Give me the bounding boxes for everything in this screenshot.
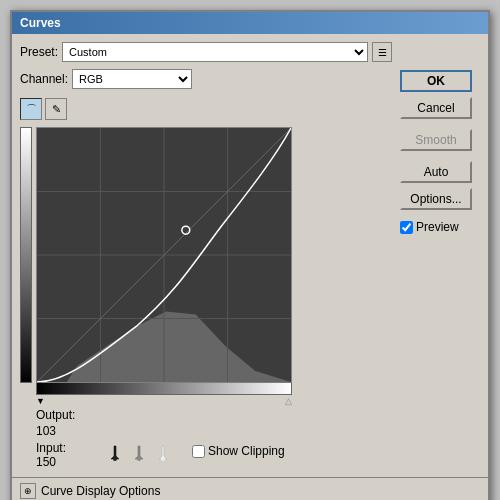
curve-graph[interactable] (36, 127, 292, 383)
right-panel: OK Cancel Smooth Auto Options... Preview (400, 42, 480, 469)
v-gradient-area (20, 127, 32, 469)
curve-display-label: Curve Display Options (41, 484, 160, 498)
show-clipping-row: Show Clipping (192, 444, 285, 458)
smooth-button[interactable]: Smooth (400, 129, 472, 151)
v-gradient-bar (20, 127, 32, 383)
curve-tool-btn[interactable]: ⌒ (20, 98, 42, 120)
eyedroppers (106, 443, 172, 463)
preview-label: Preview (416, 220, 459, 234)
dialog-title: Curves (20, 16, 61, 30)
ok-button[interactable]: OK (400, 70, 472, 92)
input-value: 150 (36, 455, 56, 469)
preset-select[interactable]: Custom (62, 42, 368, 62)
white-eyedropper-btn[interactable] (154, 443, 172, 463)
input-label-text: Input: (36, 441, 66, 455)
preset-menu-btn[interactable]: ☰ (372, 42, 392, 62)
dialog-body: Preset: Custom ☰ Channel: RGB Red Green … (12, 34, 488, 477)
h-gradient-row (36, 383, 292, 395)
cancel-button[interactable]: Cancel (400, 97, 472, 119)
expand-button[interactable]: ⊕ (20, 483, 36, 499)
channel-select[interactable]: RGB Red Green Blue (72, 69, 192, 89)
auto-button[interactable]: Auto (400, 161, 472, 183)
black-eyedropper-btn[interactable] (106, 443, 124, 463)
curve-tools: ⌒ ✎ (20, 98, 392, 120)
preset-label: Preset: (20, 45, 58, 59)
output-value: 103 (36, 424, 56, 438)
channel-label: Channel: (20, 72, 68, 86)
svg-point-10 (113, 457, 117, 461)
h-gradient-bar (36, 383, 292, 395)
gray-eyedropper-btn[interactable] (130, 443, 148, 463)
input-eyedropper-row: Input: 150 (36, 441, 292, 469)
preview-checkbox[interactable] (400, 221, 413, 234)
title-bar: Curves (12, 12, 488, 34)
show-clipping-checkbox[interactable] (192, 445, 205, 458)
preview-row: Preview (400, 220, 480, 234)
left-panel: Preset: Custom ☰ Channel: RGB Red Green … (20, 42, 392, 469)
preset-row: Preset: Custom ☰ (20, 42, 392, 62)
curve-right-area: ▼ △ Output: 103 Input: (36, 127, 292, 469)
svg-point-12 (161, 457, 165, 461)
options-button[interactable]: Options... (400, 188, 472, 210)
below-curve-row: Output: 103 (36, 408, 292, 439)
curve-svg (37, 128, 291, 382)
bottom-section: ⊕ Curve Display Options (12, 477, 488, 500)
input-info: Input: 150 (36, 441, 96, 469)
output-info: Output: 103 (36, 408, 292, 439)
output-label: Output: (36, 408, 75, 422)
slider-row: ▼ △ (36, 396, 292, 406)
curves-dialog: Curves Preset: Custom ☰ Channel: RGB Red… (10, 10, 490, 500)
pencil-tool-btn[interactable]: ✎ (45, 98, 67, 120)
channel-row: Channel: RGB Red Green Blue (20, 69, 392, 89)
svg-point-11 (137, 457, 141, 461)
show-clipping-label: Show Clipping (208, 444, 285, 458)
curve-area-wrapper: ▼ △ Output: 103 Input: (20, 127, 392, 469)
